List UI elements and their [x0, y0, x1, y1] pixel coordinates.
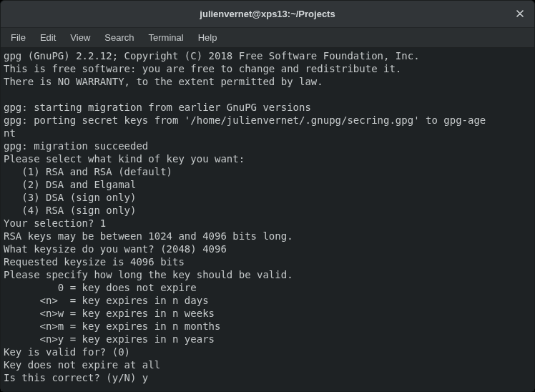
terminal-line: (4) RSA (sign only)	[4, 204, 531, 217]
terminal-line: RSA keys may be between 1024 and 4096 bi…	[4, 230, 531, 242]
terminal-line: Please specify how long the key should b…	[4, 268, 531, 281]
terminal-line: There is NO WARRANTY, to the extent perm…	[4, 75, 531, 88]
menubar: File Edit View Search Terminal Help	[1, 28, 534, 48]
close-icon	[516, 9, 524, 19]
terminal-line: Key does not expire at all	[4, 358, 531, 371]
titlebar: julienvernet@xps13:~/Projects	[1, 1, 534, 28]
terminal-line: 0 = key does not expire	[4, 281, 531, 294]
terminal-line: <n> = key expires in n days	[4, 294, 531, 307]
terminal-line: Is this correct? (y/N) y	[4, 371, 531, 384]
close-button[interactable]	[511, 6, 529, 23]
terminal-line: (2) DSA and Elgamal	[4, 178, 531, 191]
menu-search[interactable]: Search	[97, 30, 141, 45]
terminal-line: <n>m = key expires in n months	[4, 320, 531, 333]
menu-edit[interactable]: Edit	[33, 30, 63, 45]
terminal-line: Your selection? 1	[4, 217, 531, 230]
terminal-line: Requested keysize is 4096 bits	[4, 255, 531, 268]
menu-file[interactable]: File	[4, 30, 33, 45]
terminal-line: Key is valid for? (0)	[4, 346, 531, 358]
terminal-line: <n>y = key expires in n years	[4, 333, 531, 346]
terminal-line: (3) DSA (sign only)	[4, 191, 531, 204]
terminal-line: gpg: migration succeeded	[4, 139, 531, 152]
terminal-line: What keysize do you want? (2048) 4096	[4, 242, 531, 255]
menu-view[interactable]: View	[63, 30, 97, 45]
terminal-line	[4, 88, 531, 101]
terminal-window: julienvernet@xps13:~/Projects File Edit …	[0, 0, 535, 392]
terminal-line: (1) RSA and RSA (default)	[4, 165, 531, 178]
terminal-line: Please select what kind of key you want:	[4, 152, 531, 165]
terminal-line: gpg: starting migration from earlier Gnu…	[4, 101, 531, 114]
terminal-line: This is free software: you are free to c…	[4, 62, 531, 75]
window-title: julienvernet@xps13:~/Projects	[200, 9, 335, 19]
terminal-line: gpg: porting secret keys from '/home/jul…	[4, 114, 531, 127]
terminal-line: gpg (GnuPG) 2.2.12; Copyright (C) 2018 F…	[4, 49, 531, 62]
terminal-line: nt	[4, 127, 531, 139]
terminal-output[interactable]: gpg (GnuPG) 2.2.12; Copyright (C) 2018 F…	[1, 48, 534, 391]
menu-terminal[interactable]: Terminal	[142, 30, 191, 45]
terminal-line: <n>w = key expires in n weeks	[4, 307, 531, 320]
menu-help[interactable]: Help	[191, 30, 225, 45]
